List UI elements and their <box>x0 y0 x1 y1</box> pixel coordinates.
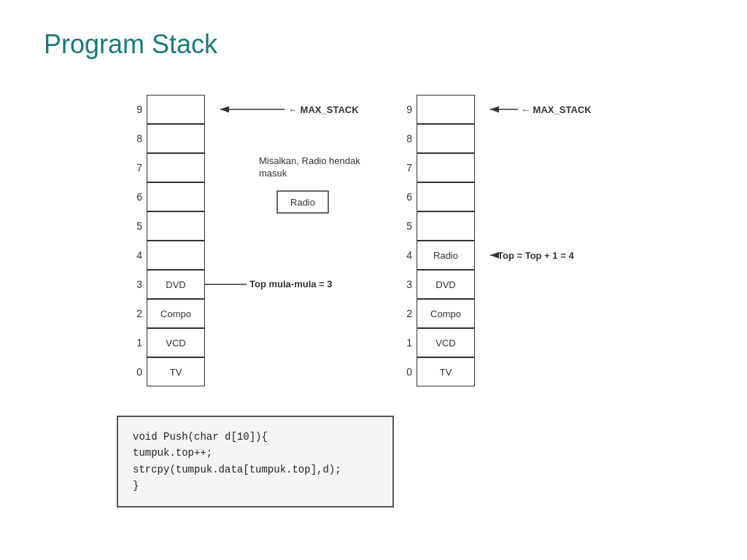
right-num-1: 1 <box>398 328 412 357</box>
left-cell-6 <box>147 182 205 211</box>
right-stack-cells: TV VCD Compo DVD Radio <box>417 95 475 386</box>
left-num-9: 9 <box>128 95 142 124</box>
right-num-3: 3 <box>398 270 412 299</box>
right-cell-5 <box>417 211 475 241</box>
right-num-7: 7 <box>398 153 412 182</box>
left-num-2: 2 <box>128 299 142 328</box>
right-num-4: 4 <box>398 241 412 270</box>
left-num-3: 3 <box>128 270 142 299</box>
top-eq-label: Top = Top + 1 = 4 <box>498 250 574 261</box>
right-num-6: 6 <box>398 182 412 211</box>
left-cell-1: VCD <box>147 328 205 357</box>
left-cell-2: Compo <box>147 299 205 328</box>
right-num-8: 8 <box>398 124 412 153</box>
right-cell-1: VCD <box>417 328 475 357</box>
right-num-0: 0 <box>398 357 412 386</box>
right-cell-3: DVD <box>417 270 475 299</box>
right-cell-7 <box>417 153 475 182</box>
left-cell-0: TV <box>147 357 205 386</box>
left-cell-9 <box>147 95 205 124</box>
right-stack-diagram: 0 1 2 3 4 5 6 7 8 9 TV VCD Compo DVD Rad… <box>398 95 475 386</box>
right-num-9: 9 <box>398 95 412 124</box>
right-cell-2: Compo <box>417 299 475 328</box>
left-num-6: 6 <box>128 182 142 211</box>
top-mula-label: Top mula-mula = 3 <box>249 279 333 289</box>
right-num-2: 2 <box>398 299 412 328</box>
left-max-stack-label: ← MAX_STACK <box>288 104 359 115</box>
left-num-4: 4 <box>128 241 142 270</box>
misalkan-label-1: Misalkan, Radio hendak <box>259 155 360 166</box>
left-num-7: 7 <box>128 153 142 182</box>
code-line-1: void Push(char d[10]){ <box>133 429 378 445</box>
left-stack-cells: TV VCD Compo DVD <box>147 95 205 386</box>
left-num-0: 0 <box>128 357 142 386</box>
left-cell-7 <box>147 153 205 182</box>
left-cell-8 <box>147 124 205 153</box>
left-num-8: 8 <box>128 124 142 153</box>
page-title: Program Stack <box>44 29 217 60</box>
left-num-5: 5 <box>128 211 142 241</box>
code-line-3: strcpy(tumpuk.data[tumpuk.top],d); <box>133 462 378 478</box>
right-cell-9 <box>417 95 475 124</box>
misalkan-label-2: masuk <box>259 168 287 179</box>
radio-box-label: Radio <box>290 197 315 208</box>
left-cell-3: DVD <box>147 270 205 299</box>
code-line-2: tumpuk.top++; <box>133 445 378 461</box>
svg-rect-1 <box>277 191 328 213</box>
left-num-1: 1 <box>128 328 142 357</box>
left-cell-5 <box>147 211 205 241</box>
right-stack-numbers: 0 1 2 3 4 5 6 7 8 9 <box>398 95 412 386</box>
code-box: void Push(char d[10]){ tumpuk.top++; str… <box>117 416 394 508</box>
right-cell-8 <box>417 124 475 153</box>
left-stack-diagram: 0 1 2 3 4 5 6 7 8 9 TV VCD Compo DVD <box>128 95 205 386</box>
right-cell-6 <box>417 182 475 211</box>
code-line-4: } <box>133 478 378 494</box>
left-cell-4 <box>147 241 205 270</box>
right-cell-4: Radio <box>417 241 475 270</box>
left-stack-numbers: 0 1 2 3 4 5 6 7 8 9 <box>128 95 142 386</box>
right-cell-0: TV <box>417 357 475 386</box>
right-num-5: 5 <box>398 211 412 241</box>
right-max-stack-label: ← MAX_STACK <box>521 104 592 115</box>
